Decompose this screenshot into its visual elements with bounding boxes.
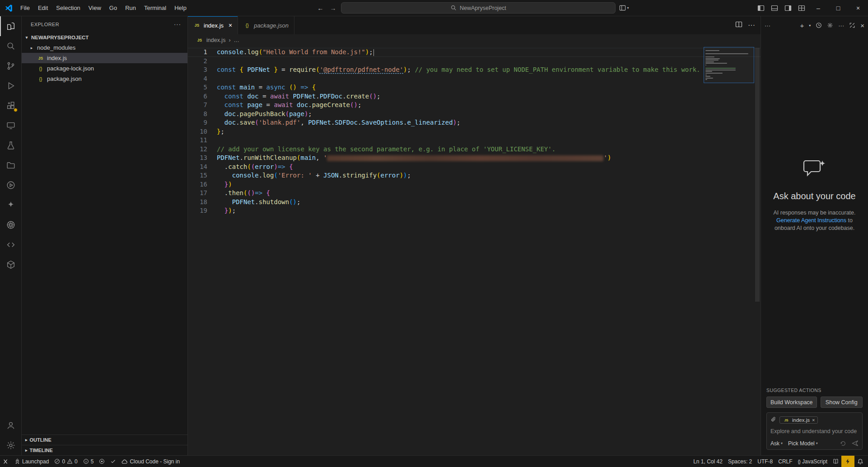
settings-gear-icon[interactable] <box>0 435 22 455</box>
mode-dropdown[interactable]: Ask ▾ <box>770 440 783 447</box>
feedback-book-icon[interactable] <box>830 456 841 467</box>
code-line[interactable]: 3const { PDFNet } = require('@pdftron/pd… <box>188 65 761 75</box>
code-line[interactable]: 11 <box>188 136 761 145</box>
toggle-panel-icon[interactable] <box>768 0 781 16</box>
code-line[interactable]: 8 doc.pagePushBack(page); <box>188 110 761 119</box>
cloud-run-icon[interactable] <box>0 175 22 195</box>
close-tab-icon[interactable]: × <box>229 22 232 29</box>
more-actions-icon[interactable]: ··· <box>765 22 770 29</box>
chat-prompt-input[interactable] <box>770 428 859 434</box>
command-center-search[interactable]: NewApryseProject <box>341 2 616 14</box>
context-chip-index-js[interactable]: JS index.js × <box>779 416 818 424</box>
generate-agent-instructions-link[interactable]: Generate Agent Instructions <box>776 217 846 224</box>
settings-gear-icon[interactable] <box>827 22 833 28</box>
history-icon[interactable] <box>816 22 822 28</box>
chevron-down-icon[interactable]: ▾ <box>809 23 811 28</box>
tab-index-js[interactable]: JS index.js × <box>188 16 238 34</box>
code-line[interactable]: 17 .then(()=> { <box>188 189 761 198</box>
code-line[interactable]: 18 PDFNet.shutdown(); <box>188 198 761 207</box>
menu-terminal[interactable]: Terminal <box>140 0 170 16</box>
code-editor[interactable]: 1console.log("Hello World from Node.js!"… <box>188 46 761 455</box>
menu-file[interactable]: File <box>16 0 34 16</box>
scrollbar-thumb[interactable] <box>755 48 760 302</box>
outline-section[interactable]: ▸ OUTLINE <box>22 434 187 445</box>
timeline-section[interactable]: ▸ TIMELINE <box>22 445 187 455</box>
navigate-forward-icon[interactable]: → <box>328 5 337 12</box>
tree-item-package-lock[interactable]: {} package-lock.json <box>22 63 187 74</box>
cloud-code-icon[interactable] <box>0 235 22 255</box>
breadcrumb-file[interactable]: index.js <box>206 37 225 43</box>
code-line[interactable]: 14 .catch((error)=> { <box>188 163 761 172</box>
code-line[interactable]: 12// add your own license key as the sec… <box>188 145 761 154</box>
code-line[interactable]: 13PDFNet.runWithCleanup(main, '') <box>188 154 761 163</box>
remote-indicator-icon[interactable] <box>0 456 12 467</box>
run-debug-icon[interactable] <box>0 76 22 96</box>
attach-context-icon[interactable] <box>770 416 776 424</box>
code-line[interactable]: 16 }) <box>188 180 761 189</box>
project-explorer-icon[interactable] <box>0 155 22 175</box>
tree-item-index-js[interactable]: JS index.js <box>22 53 187 63</box>
show-config-button[interactable]: Show Config <box>821 397 863 408</box>
vertical-scrollbar[interactable] <box>754 46 761 455</box>
eol-setting[interactable]: CRLF <box>775 456 795 467</box>
tree-item-package-json[interactable]: {} package.json <box>22 74 187 84</box>
code-line[interactable]: 9 doc.save('blank.pdf', PDFNet.SDFDoc.Sa… <box>188 118 761 127</box>
menu-selection[interactable]: Selection <box>52 0 84 16</box>
toggle-secondary-sidebar-icon[interactable] <box>781 0 795 16</box>
gemini-sparkle-icon[interactable] <box>0 195 22 215</box>
explorer-icon[interactable] <box>0 16 22 36</box>
cursor-position[interactable]: Ln 1, Col 42 <box>691 456 725 467</box>
tree-root-folder[interactable]: ▾ NEWAPRYSEPROJECT <box>22 32 187 42</box>
code-line[interactable]: 2 <box>188 57 761 66</box>
more-actions-icon[interactable]: ··· <box>174 21 181 28</box>
kubernetes-icon[interactable] <box>0 215 22 235</box>
code-line[interactable]: 1console.log("Hello World from Node.js!"… <box>188 48 761 57</box>
source-control-icon[interactable] <box>0 56 22 76</box>
rewind-icon[interactable] <box>840 440 846 447</box>
code-line[interactable]: 10}; <box>188 127 761 136</box>
maximize-panel-icon[interactable] <box>849 22 855 28</box>
problems-item[interactable]: 0 0 <box>51 456 80 467</box>
build-workspace-button[interactable]: Build Workspace <box>766 397 817 408</box>
toggle-primary-sidebar-icon[interactable] <box>754 0 768 16</box>
tab-package-json[interactable]: {} package.json <box>238 16 294 34</box>
testing-icon[interactable] <box>0 135 22 155</box>
menu-run[interactable]: Run <box>121 0 140 16</box>
more-actions-icon[interactable]: ··· <box>748 21 755 29</box>
menu-help[interactable]: Help <box>170 0 191 16</box>
code-line[interactable]: 4 <box>188 75 761 84</box>
customize-layout-icon[interactable] <box>795 0 808 16</box>
menu-go[interactable]: Go <box>105 0 121 16</box>
remove-context-icon[interactable]: × <box>812 417 815 423</box>
more-actions-icon[interactable]: ··· <box>838 22 844 29</box>
tree-item-node-modules[interactable]: ▸ node_modules <box>22 42 187 53</box>
close-button[interactable]: × <box>848 0 868 16</box>
accounts-icon[interactable] <box>0 416 22 435</box>
menu-view[interactable]: View <box>84 0 105 16</box>
minimize-button[interactable]: – <box>808 0 828 16</box>
code-line[interactable]: 15 console.log('Error: ' + JSON.stringif… <box>188 171 761 180</box>
code-line[interactable]: 7 const page = await doc.pageCreate(); <box>188 101 761 110</box>
code-line[interactable]: 5const main = async () => { <box>188 83 761 92</box>
model-dropdown[interactable]: Pick Model ▾ <box>788 440 818 447</box>
code-line[interactable]: 6 const doc = await PDFNet.PDFDoc.create… <box>188 92 761 101</box>
send-icon[interactable] <box>852 440 859 447</box>
search-icon[interactable] <box>0 36 22 56</box>
gcp-box-icon[interactable] <box>0 255 22 275</box>
breadcrumb-more[interactable]: … <box>234 37 240 43</box>
extensions-icon[interactable] <box>0 96 22 116</box>
info-item[interactable]: 5 <box>80 456 97 467</box>
layout-control-icon[interactable]: ▾ <box>619 5 629 11</box>
encoding-setting[interactable]: UTF-8 <box>755 456 775 467</box>
split-editor-icon[interactable] <box>735 21 742 30</box>
maximize-button[interactable]: □ <box>828 0 848 16</box>
launchpad-item[interactable]: Launchpad <box>12 456 51 467</box>
minimap-slider[interactable] <box>704 47 754 83</box>
minimap[interactable] <box>704 47 754 81</box>
target-status-icon[interactable] <box>96 456 107 467</box>
navigate-back-icon[interactable]: ← <box>316 5 325 12</box>
check-status-icon[interactable] <box>107 456 119 467</box>
close-panel-icon[interactable]: × <box>860 22 864 29</box>
new-chat-icon[interactable]: + <box>800 22 804 29</box>
notifications-bell-icon[interactable] <box>854 456 866 467</box>
